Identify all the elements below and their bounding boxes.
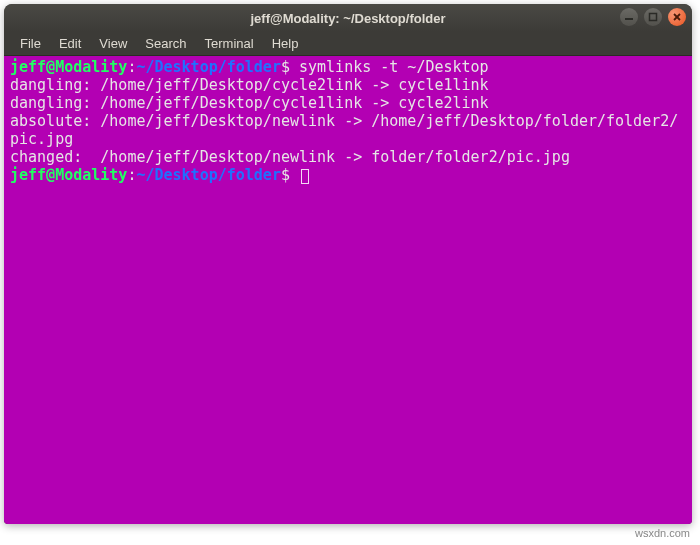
window-controls [620, 8, 686, 26]
maximize-icon [648, 12, 658, 22]
watermark: wsxdn.com [635, 527, 690, 539]
prompt-path: ~/Desktop/folder [136, 166, 281, 184]
menu-help[interactable]: Help [264, 34, 307, 53]
menubar: File Edit View Search Terminal Help [4, 32, 692, 56]
prompt-user-host: jeff@Modality [10, 58, 127, 76]
svg-rect-0 [625, 18, 633, 20]
prompt-sep2: $ [281, 58, 290, 76]
minimize-icon [624, 12, 634, 22]
terminal-window: jeff@Modality: ~/Desktop/folder File Edi… [4, 4, 692, 524]
prompt-path: ~/Desktop/folder [136, 58, 281, 76]
window-title: jeff@Modality: ~/Desktop/folder [4, 11, 692, 26]
minimize-button[interactable] [620, 8, 638, 26]
prompt-user-host: jeff@Modality [10, 166, 127, 184]
output-line: changed: /home/jeff/Desktop/newlink -> f… [10, 148, 570, 166]
output-line: dangling: /home/jeff/Desktop/cycle2link … [10, 76, 489, 94]
titlebar[interactable]: jeff@Modality: ~/Desktop/folder [4, 4, 692, 32]
menu-search[interactable]: Search [137, 34, 194, 53]
output-line: dangling: /home/jeff/Desktop/cycle1link … [10, 94, 489, 112]
command-text: symlinks -t ~/Desktop [299, 58, 489, 76]
output-line: absolute: /home/jeff/Desktop/newlink -> … [10, 112, 678, 148]
menu-view[interactable]: View [91, 34, 135, 53]
menu-terminal[interactable]: Terminal [197, 34, 262, 53]
terminal-area[interactable]: jeff@Modality:~/Desktop/folder$ symlinks… [4, 56, 692, 524]
maximize-button[interactable] [644, 8, 662, 26]
menu-edit[interactable]: Edit [51, 34, 89, 53]
menu-file[interactable]: File [12, 34, 49, 53]
cursor-icon [301, 169, 309, 184]
prompt-sep2: $ [281, 166, 290, 184]
close-icon [672, 12, 682, 22]
svg-rect-1 [650, 14, 657, 21]
close-button[interactable] [668, 8, 686, 26]
